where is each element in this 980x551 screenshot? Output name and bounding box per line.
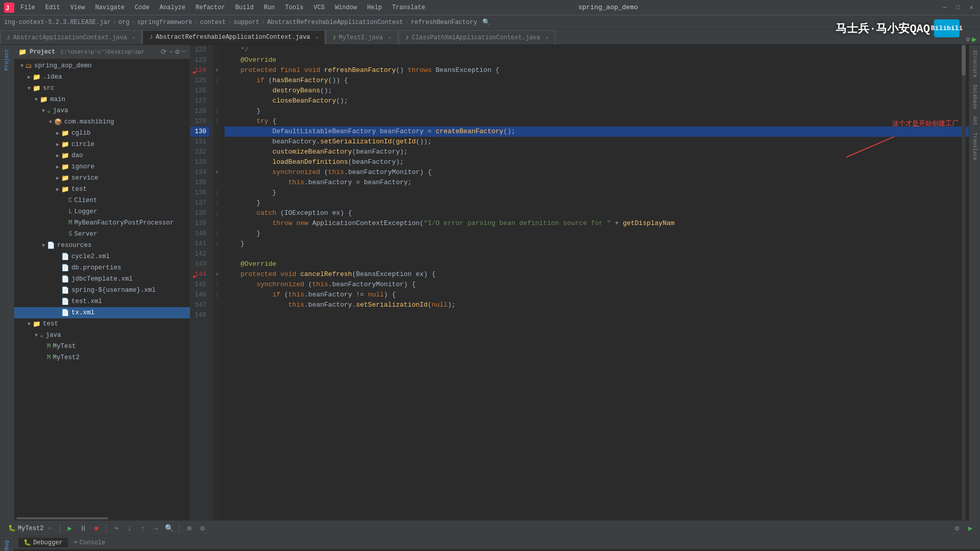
menu-file[interactable]: File: [18, 3, 37, 12]
maximize-button[interactable]: □: [953, 3, 963, 12]
breadcrumb-item-6[interactable]: refreshBeanFactory: [411, 19, 477, 26]
tree-item-client[interactable]: ▶ C Client: [14, 195, 190, 206]
debug-play2-btn[interactable]: ▶: [965, 523, 976, 534]
editor-settings-icon[interactable]: ⚙: [966, 35, 970, 43]
tree-item-logger[interactable]: ▶ L Logger: [14, 206, 190, 217]
menu-tools[interactable]: Tools: [283, 3, 306, 12]
menu-vcs[interactable]: VCS: [312, 3, 327, 12]
debug-settings-btn[interactable]: ⚙: [197, 523, 208, 534]
tree-java2-arrow: ▼: [33, 333, 40, 338]
sidebar-minimize-icon[interactable]: −: [182, 47, 186, 56]
menu-view[interactable]: View: [68, 3, 87, 12]
tree-item-cycle2xml[interactable]: ▶ 📄 cycle2.xml: [14, 251, 190, 262]
tree-item-resources[interactable]: ▼ 📄 resources: [14, 240, 190, 251]
tree-item-com-mashibing[interactable]: ▼ 📦 com.mashibing: [14, 116, 190, 128]
tree-item-test-outer[interactable]: ▼ 📁 test: [14, 318, 190, 330]
debug-step-into-btn[interactable]: ↓: [124, 523, 135, 534]
debug-tab-label[interactable]: 2. Debug: [3, 536, 11, 551]
tree-item-dao[interactable]: ▶ 📁 dao: [14, 150, 190, 161]
breadcrumb-item-1[interactable]: org: [118, 19, 130, 26]
code-area[interactable]: 122 123 ● 124 125 126 127 128 129 130 13…: [190, 45, 969, 520]
debug-gear-btn[interactable]: ⚙: [951, 523, 963, 534]
menu-run[interactable]: Run: [262, 3, 277, 12]
menu-translate[interactable]: Translate: [390, 3, 427, 12]
tree-item-mytest2[interactable]: ▶ M MyTest2: [14, 352, 190, 363]
editor-scrollbar-track[interactable]: [962, 45, 966, 520]
tree-item-java[interactable]: ▼ ☕ java: [14, 105, 190, 116]
tab-2-close[interactable]: ✕: [388, 34, 391, 41]
structure-panel-btn[interactable]: Structure: [971, 47, 978, 81]
tab-0-close[interactable]: ✕: [132, 34, 136, 41]
debug-evaluate-btn[interactable]: 🔍: [164, 523, 175, 534]
ant-panel-btn[interactable]: Ant: [971, 113, 978, 129]
minimize-button[interactable]: ─: [940, 3, 949, 12]
tree-item-cglib[interactable]: ▶ 📁 cglib: [14, 128, 190, 139]
debug-session-close[interactable]: ✕: [47, 524, 51, 532]
breadcrumb-item-3[interactable]: context: [200, 19, 226, 26]
debug-step-out-btn[interactable]: ↑: [137, 523, 149, 534]
linenum-144[interactable]: ● 144: [190, 269, 209, 280]
sidebar-scrollbar[interactable]: [16, 517, 108, 519]
breadcrumb-item-0[interactable]: ing-context-5.2.3.RELEASE.jar: [4, 19, 111, 26]
debug-pause-btn[interactable]: ⏸: [78, 523, 89, 534]
sidebar-project-label[interactable]: Project: [3, 45, 11, 74]
menu-edit[interactable]: Edit: [43, 3, 62, 12]
menu-navigate[interactable]: Navigate: [93, 3, 127, 12]
translate-panel-btn[interactable]: Translate: [971, 130, 978, 163]
tab-1[interactable]: J AbstractRefreshableApplicationContext.…: [142, 30, 325, 44]
menu-build[interactable]: Build: [233, 3, 256, 12]
close-button[interactable]: ✕: [967, 3, 976, 12]
play-button[interactable]: ▶: [972, 34, 977, 44]
tree-item-ignore[interactable]: ▶ 📁 ignore: [14, 161, 190, 172]
code-content[interactable]: 这个才是开始创建工厂 */ @Override protected final …: [220, 45, 969, 520]
sidebar-collapse-icon[interactable]: –: [169, 47, 173, 56]
tree-item-server[interactable]: ▶ S Server: [14, 229, 190, 240]
menu-window[interactable]: Window: [333, 3, 359, 12]
debug-stop-btn[interactable]: ■: [91, 523, 102, 534]
tab-1-close[interactable]: ✕: [315, 34, 319, 41]
tree-item-service[interactable]: ▶ 📁 service: [14, 172, 190, 184]
tree-item-mytest[interactable]: ▶ M MyTest: [14, 341, 190, 352]
tree-item-circle[interactable]: ▶ 📁 circle: [14, 139, 190, 150]
tab-2[interactable]: J MyTest2.java ✕: [326, 30, 398, 44]
tree-item-testxml[interactable]: ▶ 📄 test.xml: [14, 296, 190, 307]
tab-0[interactable]: J AbstractApplicationContext.java ✕: [0, 30, 142, 44]
menu-analyze[interactable]: Analyze: [158, 3, 187, 12]
tree-item-test-inner[interactable]: ▶ 📁 test: [14, 184, 190, 195]
breadcrumb-search[interactable]: 🔍: [482, 18, 490, 26]
tree-item-idea[interactable]: ▶ 📁 .idea: [14, 71, 190, 83]
tree-item-java2[interactable]: ▼ ☕ java: [14, 330, 190, 341]
tree-item-jdbctemplate[interactable]: ▶ 📄 jdbcTemplate.xml: [14, 273, 190, 285]
menu-help[interactable]: Help: [365, 3, 384, 12]
tree-item-mybfpp[interactable]: ▶ M MyBeanFactoryPostProcessor: [14, 217, 190, 229]
tab-3-close[interactable]: ✕: [545, 34, 549, 41]
fold-144[interactable]: ▼: [213, 269, 220, 280]
breakpoint-dot-124: ●: [192, 68, 197, 78]
breadcrumb-item-4[interactable]: support: [234, 19, 259, 26]
breadcrumb-item-5[interactable]: AbstractRefreshableApplicationContext: [267, 19, 403, 26]
database-panel-btn[interactable]: Database: [971, 82, 978, 112]
tree-root[interactable]: ▼ 🗂 spring_aop_demo: [14, 60, 190, 71]
linenum-124[interactable]: ● 124: [190, 65, 209, 76]
breadcrumb-item-2[interactable]: springframework: [137, 19, 192, 26]
debugger-tab[interactable]: 🐛 Debugger: [18, 538, 68, 547]
debug-step-over-btn[interactable]: ↷: [111, 523, 122, 534]
console-tab[interactable]: ⌨ Console: [69, 538, 111, 547]
tree-main-label: main: [50, 96, 65, 103]
debug-resume-btn[interactable]: ▶: [64, 523, 76, 534]
sidebar-gear-icon[interactable]: ⚙: [175, 47, 179, 56]
menu-refactor[interactable]: Refactor: [193, 3, 227, 12]
fold-134[interactable]: ▼: [213, 167, 220, 178]
debug-run-to-cursor-btn[interactable]: →: [151, 523, 162, 534]
tree-item-src[interactable]: ▼ 📁 src: [14, 83, 190, 94]
tree-item-txxml[interactable]: ▶ 📄 tx.xml: [14, 307, 190, 318]
debug-frames-btn[interactable]: ⊞: [184, 523, 195, 534]
tree-item-main[interactable]: ▼ 📁 main: [14, 94, 190, 105]
editor-scrollbar-thumb[interactable]: [962, 45, 966, 76]
tab-3[interactable]: J ClassPathXmlApplicationContext.java ✕: [399, 30, 555, 44]
sidebar-sync-icon[interactable]: ⟳: [161, 47, 167, 56]
menu-code[interactable]: Code: [133, 3, 152, 12]
tree-item-dbprops[interactable]: ▶ 📄 db.properties: [14, 262, 190, 273]
tree-item-spring-username[interactable]: ▶ 📄 spring-${username}.xml: [14, 285, 190, 296]
fold-124[interactable]: ▼: [213, 65, 220, 76]
